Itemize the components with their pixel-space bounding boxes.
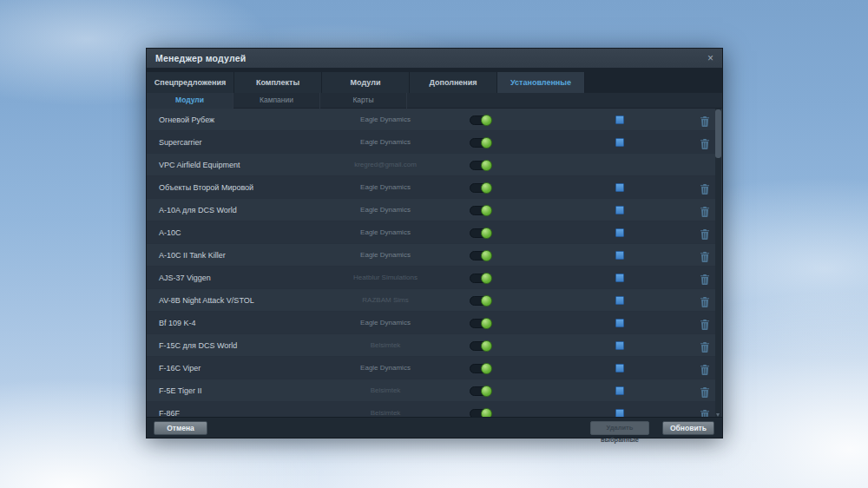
module-name: AV-8B Night Attack V/STOL — [159, 289, 254, 312]
tab-active[interactable]: Установленные — [497, 72, 585, 93]
module-name: A-10C II Tank Killer — [159, 244, 226, 267]
trash-icon[interactable] — [700, 137, 710, 148]
tab-inactive[interactable]: Комплекты — [234, 72, 322, 93]
delete-selected-button[interactable]: Удалить выбранные — [590, 421, 649, 435]
module-enable-toggle[interactable] — [470, 319, 492, 328]
module-row: F-15C для DCS WorldBelsimtek — [147, 334, 715, 357]
module-enable-toggle[interactable] — [470, 206, 492, 215]
trash-icon[interactable] — [700, 318, 710, 328]
module-name: A-10A для DCS World — [159, 199, 237, 221]
module-enable-toggle[interactable] — [470, 138, 492, 148]
module-row: Огневой РубежEagle Dynamics — [147, 109, 715, 131]
module-enable-toggle[interactable] — [470, 296, 492, 306]
module-select-checkbox[interactable] — [615, 228, 624, 237]
toggle-knob — [481, 115, 492, 126]
module-row: A-10C II Tank KillerEagle Dynamics — [147, 244, 715, 267]
module-enable-toggle[interactable] — [470, 251, 492, 260]
module-select-checkbox[interactable] — [615, 138, 624, 147]
module-select-checkbox[interactable] — [615, 274, 624, 282]
module-row: SupercarrierEagle Dynamics — [147, 131, 715, 154]
module-select-checkbox[interactable] — [615, 386, 624, 395]
subtab-inactive[interactable]: Кампании — [233, 93, 320, 109]
footer-bar: Отмена Удалить выбранные Обновить — [147, 417, 722, 438]
module-enable-toggle[interactable] — [470, 364, 492, 373]
module-row: F-16C ViperEagle Dynamics — [147, 357, 715, 379]
title-bar: Менеджер модулей × — [147, 49, 722, 69]
tab-inactive[interactable]: Модули — [322, 72, 410, 93]
trash-icon[interactable] — [700, 205, 710, 215]
close-icon[interactable]: × — [707, 53, 713, 63]
module-row: Bf 109 K-4Eagle Dynamics — [147, 312, 715, 334]
toggle-knob — [481, 205, 492, 216]
subtab-active[interactable]: Модули — [147, 93, 233, 109]
toggle-knob — [481, 160, 492, 171]
module-select-checkbox[interactable] — [615, 319, 624, 327]
trash-icon[interactable] — [700, 273, 710, 283]
module-vendor: Eagle Dynamics — [320, 221, 450, 244]
trash-icon[interactable] — [700, 340, 710, 351]
module-vendor: Heatblur Simulations — [320, 267, 450, 289]
module-name: VPC Airfield Equipment — [159, 154, 240, 176]
module-row: VPC Airfield Equipmentkregred@gmail.com — [147, 154, 715, 176]
module-enable-toggle[interactable] — [470, 115, 492, 125]
module-row: Объекты Второй МировойEagle Dynamics — [147, 176, 715, 199]
module-enable-toggle[interactable] — [470, 274, 492, 283]
module-enable-toggle[interactable] — [470, 386, 492, 396]
scrollbar-thumb[interactable] — [715, 109, 721, 158]
toggle-knob — [481, 318, 492, 329]
module-name: Bf 109 K-4 — [159, 312, 196, 334]
trash-icon[interactable] — [700, 295, 710, 306]
window-title: Менеджер модулей — [155, 53, 246, 63]
module-enable-toggle[interactable] — [470, 161, 492, 170]
module-row: A-10CEagle Dynamics — [147, 221, 715, 244]
module-list: Огневой РубежEagle DynamicsSupercarrierE… — [147, 109, 715, 419]
tab-inactive[interactable]: Дополнения — [410, 72, 497, 93]
module-name: F-5E Tiger II — [159, 379, 202, 402]
module-row: AV-8B Night Attack V/STOLRAZBAM Sims — [147, 289, 715, 312]
module-select-checkbox[interactable] — [615, 364, 624, 373]
subtab-inactive[interactable]: Карты — [320, 93, 407, 109]
cancel-button[interactable]: Отмена — [154, 421, 207, 435]
toggle-knob — [481, 137, 492, 148]
module-row: F-5E Tiger IIBelsimtek — [147, 379, 715, 402]
toggle-knob — [481, 273, 492, 284]
trash-icon[interactable] — [700, 115, 710, 125]
module-select-checkbox[interactable] — [615, 183, 624, 192]
module-select-checkbox[interactable] — [615, 341, 624, 350]
module-manager-window: Менеджер модулей × СпецпредложенияКомпле… — [146, 48, 723, 439]
scrollbar-track[interactable] — [715, 109, 721, 419]
sub-tabs: МодулиКампанииКарты — [147, 93, 722, 109]
toggle-knob — [481, 250, 492, 261]
module-select-checkbox[interactable] — [615, 206, 624, 214]
trash-icon[interactable] — [700, 363, 710, 373]
trash-icon[interactable] — [700, 228, 710, 238]
module-enable-toggle[interactable] — [470, 183, 492, 193]
trash-icon[interactable] — [700, 182, 710, 193]
module-select-checkbox[interactable] — [615, 251, 624, 260]
module-vendor: Eagle Dynamics — [320, 244, 450, 267]
module-name: Огневой Рубеж — [159, 109, 214, 131]
module-vendor: Belsimtek — [320, 379, 450, 402]
module-row: AJS-37 ViggenHeatblur Simulations — [147, 267, 715, 289]
module-enable-toggle[interactable] — [470, 341, 492, 351]
module-name: Объекты Второй Мировой — [159, 176, 253, 199]
main-tab-strip: СпецпредложенияКомплектыМодулиДополнения… — [147, 69, 722, 93]
module-vendor: RAZBAM Sims — [320, 289, 450, 312]
update-button[interactable]: Обновить — [662, 421, 714, 435]
toggle-knob — [481, 295, 492, 307]
trash-icon[interactable] — [700, 250, 710, 260]
module-vendor: Eagle Dynamics — [320, 312, 450, 334]
module-name: F-16C Viper — [159, 357, 201, 379]
module-vendor: Eagle Dynamics — [320, 357, 450, 379]
toggle-knob — [481, 340, 492, 352]
toggle-knob — [481, 228, 492, 239]
module-select-checkbox[interactable] — [615, 296, 624, 305]
module-enable-toggle[interactable] — [470, 228, 492, 238]
toggle-knob — [481, 363, 492, 374]
module-select-checkbox[interactable] — [615, 115, 624, 124]
trash-icon[interactable] — [700, 386, 710, 396]
module-vendor: Eagle Dynamics — [320, 176, 450, 199]
tab-inactive[interactable]: Спецпредложения — [147, 72, 234, 93]
module-vendor: Eagle Dynamics — [320, 109, 450, 131]
toggle-knob — [481, 386, 492, 397]
